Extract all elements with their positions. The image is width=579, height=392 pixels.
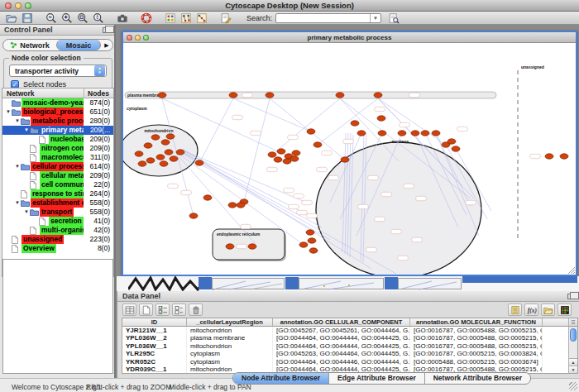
- tab-network-attribute-browser[interactable]: Network Attribute Browser: [425, 373, 530, 384]
- network-node[interactable]: [161, 140, 170, 145]
- table-cell[interactable]: [543, 342, 569, 350]
- search-dropdown-arrow-icon[interactable]: ▼: [370, 14, 380, 22]
- table-column-header[interactable]: [543, 318, 569, 327]
- float-panel-icon[interactable]: [567, 294, 575, 299]
- table-cell[interactable]: [GO:0045263, GO:0044464, GO:0044455, G..…: [273, 350, 410, 357]
- background-window-fragment[interactable]: [212, 278, 285, 289]
- network-node[interactable]: [138, 161, 146, 166]
- network-node[interactable]: [378, 131, 386, 136]
- zoom-selected-icon[interactable]: [76, 12, 89, 24]
- function-builder-icon[interactable]: f(x): [524, 304, 538, 316]
- tab-network[interactable]: Network: [3, 40, 56, 50]
- layout-icon-b[interactable]: [195, 12, 208, 24]
- table-cell[interactable]: [GO:0044464, GO:0044444, GO:0044425, G..…: [273, 342, 410, 350]
- table-cell[interactable]: YPL036W__1: [122, 342, 187, 350]
- table-cell[interactable]: [GO:0044464, GO:0044446, GO:0044444, G..…: [273, 358, 410, 366]
- network-node[interactable]: [307, 129, 315, 134]
- network-tree-header[interactable]: Network Nodes: [2, 88, 113, 98]
- table-row[interactable]: YKR052Ccytoplasm[GO:0044464, GO:0044446,…: [122, 358, 577, 366]
- network-canvas[interactable]: nucleus plasma membrane cytoplasm mitoch…: [123, 43, 576, 275]
- float-panel-icon[interactable]: [103, 27, 110, 33]
- network-node[interactable]: [248, 244, 256, 249]
- table-options-icon[interactable]: ☰: [568, 318, 577, 327]
- background-window-fragment[interactable]: [398, 278, 462, 289]
- table-cell[interactable]: YKR052C: [122, 358, 187, 366]
- network-node[interactable]: [266, 93, 274, 98]
- table-row[interactable]: YPL036W__1mitochondrion[GO:0044464, GO:0…: [122, 342, 577, 350]
- network-node[interactable]: [351, 121, 359, 126]
- network-node[interactable]: [308, 238, 316, 243]
- tree-row[interactable]: secretion41(0): [2, 217, 113, 226]
- tree-row[interactable]: mosaic-demo-yeast874(0): [2, 98, 113, 108]
- tree-row[interactable]: nucleobase-209(0): [2, 135, 113, 144]
- expand-arrow-icon[interactable]: ▼: [14, 162, 21, 171]
- deselect-all-icon[interactable]: [172, 304, 186, 316]
- table-cell[interactable]: [543, 350, 569, 357]
- node-color-dropdown[interactable]: transporter activity ▲▼: [9, 65, 107, 77]
- table-cell[interactable]: YPL036W__2: [122, 334, 187, 342]
- import-list-icon[interactable]: [508, 304, 522, 316]
- background-windows[interactable]: [117, 276, 579, 291]
- tab-edge-attribute-browser[interactable]: Edge Attribute Browser: [329, 373, 425, 384]
- network-node[interactable]: [398, 131, 406, 136]
- delete-attribute-icon[interactable]: [189, 304, 203, 316]
- new-attribute-icon[interactable]: [139, 304, 153, 316]
- tree-row[interactable]: ▼cellular process614(0): [2, 162, 113, 171]
- table-row[interactable]: YLR295Ccytoplasm[GO:0045263, GO:0044464,…: [122, 350, 577, 357]
- birds-eye-view[interactable]: [2, 259, 113, 374]
- network-node[interactable]: [283, 159, 291, 164]
- network-node[interactable]: [377, 116, 385, 121]
- table-cell[interactable]: [GO:0005488, GO:0005215, GO:0003674]: [410, 358, 543, 366]
- network-node[interactable]: [452, 146, 460, 151]
- network-node[interactable]: [166, 134, 175, 139]
- table-cell[interactable]: [GO:0016787, GO:0005488, GO:0005215, G..…: [410, 342, 543, 350]
- network-node[interactable]: [229, 93, 237, 98]
- table-cell[interactable]: mitochondrion: [187, 327, 273, 334]
- expand-arrow-icon[interactable]: ▼: [23, 208, 30, 217]
- network-node[interactable]: [160, 161, 168, 166]
- scroll-down-icon[interactable]: ▼: [569, 366, 577, 373]
- table-row[interactable]: YPL036W__2plasma membrane[GO:0044464, GO…: [122, 334, 577, 342]
- network-node[interactable]: [313, 142, 322, 147]
- search-options-icon[interactable]: [387, 12, 400, 24]
- network-node[interactable]: [277, 149, 285, 154]
- table-cell[interactable]: [543, 327, 569, 334]
- zoom-fit-icon[interactable]: [92, 12, 105, 24]
- table-vertical-scrollbar[interactable]: ▲ ▼: [568, 327, 577, 373]
- expand-arrow-icon[interactable]: ▼: [14, 198, 21, 208]
- tab-node-attribute-browser[interactable]: Node Attribute Browser: [233, 373, 329, 384]
- network-node[interactable]: [156, 155, 165, 160]
- app-resize-grip[interactable]: [569, 382, 577, 390]
- network-node[interactable]: [226, 244, 234, 249]
- zoom-in-icon[interactable]: [60, 12, 74, 24]
- network-node[interactable]: [268, 152, 276, 157]
- tree-row[interactable]: ▼primary metabo209(...: [2, 126, 113, 135]
- tree-row[interactable]: ▼establishment of lo558(0): [2, 198, 113, 208]
- heatmap-icon[interactable]: [557, 304, 572, 316]
- network-node[interactable]: [165, 150, 173, 155]
- tree-row[interactable]: unassigned223(0): [2, 235, 113, 244]
- network-node[interactable]: [203, 195, 212, 200]
- network-node[interactable]: [274, 157, 282, 162]
- tree-row[interactable]: cell communicat22(0): [2, 180, 113, 189]
- network-node[interactable]: [292, 151, 300, 155]
- network-node[interactable]: [195, 160, 203, 165]
- network-node[interactable]: [374, 93, 382, 98]
- background-window-fragment[interactable]: [299, 278, 384, 289]
- table-icon[interactable]: [122, 304, 136, 316]
- table-row[interactable]: YJR121W__1mitochondrion[GO:0045267, GO:0…: [122, 327, 577, 334]
- expand-arrow-icon[interactable]: ▼: [14, 117, 21, 126]
- network-node[interactable]: [237, 203, 245, 208]
- table-cell[interactable]: YDR039C__1: [122, 366, 187, 373]
- network-node[interactable]: [228, 203, 237, 208]
- table-cell[interactable]: [543, 334, 569, 342]
- network-node[interactable]: [357, 131, 366, 136]
- table-cell[interactable]: [GO:0016787, GO:0005215, GO:0003824, G..…: [410, 350, 543, 357]
- network-node[interactable]: [144, 143, 152, 148]
- open-icon[interactable]: [5, 12, 18, 24]
- network-node[interactable]: [306, 230, 314, 235]
- tab-mosaic[interactable]: Mosaic: [56, 40, 101, 50]
- table-cell[interactable]: [543, 366, 569, 373]
- table-cell[interactable]: [GO:0044464, GO:0044444, GO:0044425, G..…: [273, 334, 410, 342]
- table-column-header[interactable]: annotation.GO CELLULAR_COMPONENT: [273, 318, 410, 327]
